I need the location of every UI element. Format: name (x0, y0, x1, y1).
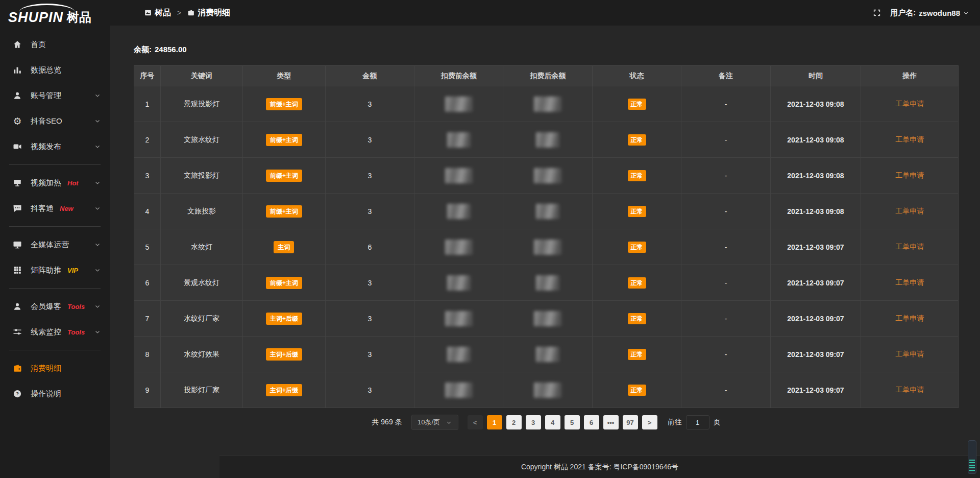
chevron-down-icon (94, 267, 101, 273)
side-widget[interactable] (968, 440, 976, 474)
cell-keyword: 水纹灯效果 (160, 337, 242, 372)
cell-type: 主词+后缀 (243, 301, 325, 337)
chevron-down-icon (94, 205, 101, 211)
cell-keyword: 投影灯厂家 (160, 372, 242, 408)
user-menu[interactable]: 用户名: zswodun88 (890, 8, 969, 18)
page-button-3[interactable]: 3 (526, 415, 541, 429)
cell-time: 2021-12-03 09:08 (770, 158, 861, 194)
header-balance-before: 扣费前余额 (414, 66, 503, 86)
sidebar-item-consumption-detail[interactable]: 消费明细 (0, 355, 110, 381)
masked-balance (534, 383, 561, 398)
goto-label: 前往 (668, 418, 682, 427)
sidebar-item-matrix-boost[interactable]: 矩阵助推 VIP (0, 257, 110, 283)
status-badge: 正常 (628, 170, 646, 181)
new-badge: New (60, 205, 74, 212)
sidebar-item-account-management[interactable]: 账号管理 (0, 83, 110, 108)
main-area: 余额:24856.00 序号 关键词 类型 金额 扣费前余额 扣费后余额 状态 … (110, 26, 980, 478)
cell-no: 3 (134, 158, 161, 194)
work-order-link[interactable]: 工单申请 (895, 350, 924, 358)
cell-balance-after (503, 372, 592, 408)
username-value: zswodun88 (919, 9, 960, 17)
next-page-button[interactable]: > (642, 415, 657, 429)
status-badge: 正常 (628, 242, 646, 253)
sidebar-item-label: 视频发布 (31, 142, 61, 152)
work-order-link[interactable]: 工单申请 (895, 100, 924, 108)
cell-no: 7 (134, 301, 161, 337)
sidebar-item-label: 全媒体运营 (31, 240, 69, 250)
goto-page-input[interactable] (686, 415, 709, 429)
page-button-4[interactable]: 4 (545, 415, 560, 429)
page-size-select[interactable]: 10条/页 (411, 415, 458, 430)
cell-no: 8 (134, 337, 161, 372)
work-order-link[interactable]: 工单申请 (895, 278, 924, 286)
sidebar-item-member-burst[interactable]: 会员爆客 Tools (0, 294, 110, 319)
cell-remark: - (681, 301, 770, 337)
table-row: 7 水纹灯厂家 主词+后缀 3 正常 - 2021-12-03 09:07 工单… (134, 301, 959, 337)
menu-divider (9, 288, 101, 289)
sidebar-item-label: 矩阵助推 (31, 266, 61, 275)
page-button-97[interactable]: 97 (623, 415, 638, 429)
cell-balance-after (503, 265, 592, 301)
masked-balance (445, 240, 473, 255)
page-button-2[interactable]: 2 (506, 415, 522, 429)
status-badge: 正常 (628, 277, 646, 289)
sidebar-item-instructions[interactable]: ? 操作说明 (0, 381, 110, 407)
sidebar-item-douyin-seo[interactable]: ⚙ 抖音SEO (0, 108, 110, 134)
cell-keyword: 景观水纹灯 (160, 265, 242, 301)
masked-balance (447, 204, 471, 219)
cell-action: 工单申请 (861, 229, 959, 265)
work-order-link[interactable]: 工单申请 (895, 386, 924, 394)
masked-balance (447, 347, 471, 362)
cell-amount: 3 (325, 122, 414, 158)
table-row: 5 水纹灯 主词 6 正常 - 2021-12-03 09:07 工单申请 (134, 229, 959, 265)
masked-balance (445, 168, 473, 183)
page-button-5[interactable]: 5 (565, 415, 580, 429)
page-ellipsis[interactable]: ••• (603, 415, 619, 429)
masked-balance (536, 204, 559, 219)
table-header-row: 序号 关键词 类型 金额 扣费前余额 扣费后余额 状态 备注 时间 操作 (134, 66, 959, 86)
topbar: 树品 > 消费明细 用户名: zswodun88 (110, 0, 980, 26)
sidebar-item-home[interactable]: 首页 (0, 32, 110, 57)
page-button-1[interactable]: 1 (487, 415, 502, 429)
tools-badge: Tools (67, 328, 85, 336)
masked-balance (447, 132, 471, 148)
fullscreen-icon[interactable] (873, 9, 881, 17)
sidebar-item-all-media[interactable]: 全媒体运营 (0, 232, 110, 257)
sidebar-item-label: 首页 (31, 40, 46, 50)
work-order-link[interactable]: 工单申请 (895, 243, 924, 251)
breadcrumb-root[interactable]: 树品 (155, 8, 171, 18)
sidebar-item-doketong[interactable]: 抖客通 New (0, 196, 110, 221)
cell-type: 主词+后缀 (243, 372, 325, 408)
prev-page-button[interactable]: < (468, 415, 483, 429)
sidebar-item-video-heat[interactable]: 视频加热 Hot (0, 170, 110, 196)
video-camera-icon (12, 141, 22, 152)
cell-action: 工单申请 (861, 372, 959, 408)
footer: Copyright 树品 2021 备案号: 粤ICP备09019646号 (219, 456, 980, 478)
work-order-link[interactable]: 工单申请 (895, 171, 924, 179)
cell-balance-after (503, 122, 592, 158)
wallet-icon (187, 9, 194, 16)
sidebar-item-lead-monitor[interactable]: 线索监控 Tools (0, 319, 110, 345)
type-badge: 主词 (274, 241, 294, 253)
bar-chart-icon (12, 65, 22, 75)
cell-type: 主词 (243, 229, 325, 265)
cell-balance-after (503, 229, 592, 265)
svg-text:?: ? (16, 391, 19, 396)
chevron-down-icon (963, 10, 969, 16)
header-keyword: 关键词 (160, 66, 242, 86)
sidebar-item-label: 线索监控 (31, 327, 61, 337)
cell-time: 2021-12-03 09:07 (770, 229, 861, 265)
header-status: 状态 (592, 66, 681, 86)
work-order-link[interactable]: 工单申请 (895, 207, 924, 215)
page-button-6[interactable]: 6 (584, 415, 599, 429)
sidebar-item-data-overview[interactable]: 数据总览 (0, 57, 110, 83)
work-order-link[interactable]: 工单申请 (895, 314, 924, 322)
table-row: 6 景观水纹灯 前缀+主词 3 正常 - 2021-12-03 09:07 工单… (134, 265, 959, 301)
status-badge: 正常 (628, 313, 646, 324)
cell-no: 9 (134, 372, 161, 408)
cell-action: 工单申请 (861, 194, 959, 229)
sidebar-item-video-publish[interactable]: 视频发布 (0, 134, 110, 159)
work-order-link[interactable]: 工单申请 (895, 135, 924, 144)
menu-divider (9, 350, 101, 350)
cell-no: 2 (134, 122, 161, 158)
